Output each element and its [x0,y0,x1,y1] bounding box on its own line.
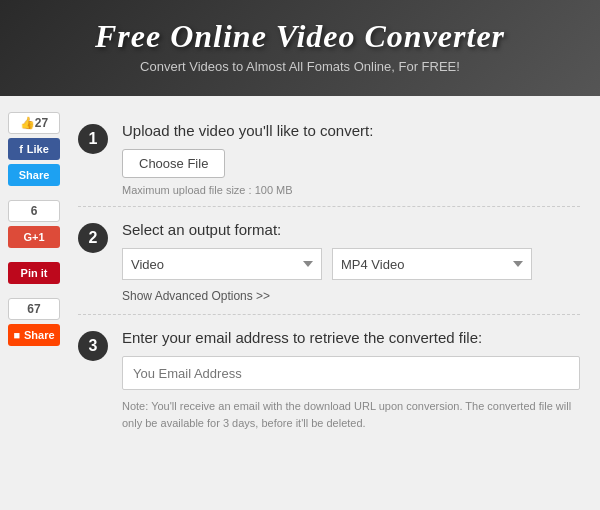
header-subtitle: Convert Videos to Almost All Fomats Onli… [20,59,580,74]
format-select-row: Video Audio Image MP4 Video AVI Video MO… [122,248,580,280]
advanced-options-link[interactable]: Show Advanced Options >> [122,289,270,303]
gplus-count: 6 [8,200,60,222]
header: Free Online Video Converter Convert Vide… [0,0,600,96]
convert-section: Convert [0,506,600,510]
email-note: Note: You'll receive an email with the d… [122,398,580,431]
step-1-number: 1 [78,124,108,154]
step-1-content: Upload the video you'll like to convert:… [122,122,580,196]
step-3-title: Enter your email address to retrieve the… [122,329,580,346]
reddit-count: 67 [8,298,60,320]
like-count: 👍 27 [8,112,60,134]
reddit-icon: ■ [13,329,20,341]
main-wrapper: 👍 27 f Like Share 6 G+1 Pin it 67 ■ Shar… [0,96,600,506]
step-3-content: Enter your email address to retrieve the… [122,329,580,431]
step-1: 1 Upload the video you'll like to conver… [78,112,580,207]
thumb-icon: 👍 [20,116,35,130]
content-area: 1 Upload the video you'll like to conver… [68,96,600,506]
sidebar: 👍 27 f Like Share 6 G+1 Pin it 67 ■ Shar… [0,96,68,506]
header-title: Free Online Video Converter [20,18,580,55]
format-type-select[interactable]: Video Audio Image [122,248,322,280]
step-2-number: 2 [78,223,108,253]
twitter-share-button[interactable]: Share [8,164,60,186]
gplus-button[interactable]: G+1 [8,226,60,248]
reddit-share-button[interactable]: ■ Share [8,324,60,346]
step-2-title: Select an output format: [122,221,580,238]
pinterest-button[interactable]: Pin it [8,262,60,284]
step-3-number: 3 [78,331,108,361]
file-size-note: Maximum upload file size : 100 MB [122,184,580,196]
email-input[interactable] [122,356,580,390]
step-1-title: Upload the video you'll like to convert: [122,122,580,139]
step-2-content: Select an output format: Video Audio Ima… [122,221,580,304]
choose-file-button[interactable]: Choose File [122,149,225,178]
facebook-icon: f [19,143,23,155]
step-2: 2 Select an output format: Video Audio I… [78,211,580,315]
step-3: 3 Enter your email address to retrieve t… [78,319,580,441]
facebook-like-button[interactable]: f Like [8,138,60,160]
format-subtype-select[interactable]: MP4 Video AVI Video MOV Video MKV Video [332,248,532,280]
